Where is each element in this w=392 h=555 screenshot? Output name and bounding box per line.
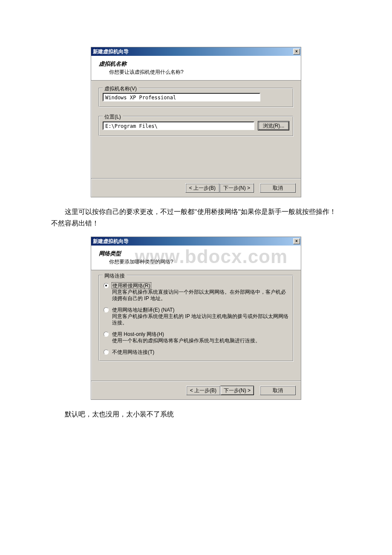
radio-hostonly-desc: 使用一个私有的虚拟网络将客户机操作系统与主机电脑进行连接。 <box>112 338 260 344</box>
body-paragraph-1: 这里可以按你自己的要求更改，不过一般都"使用桥接网络"如果你是新手一般就按些操作… <box>51 206 341 229</box>
titlebar[interactable]: 新建虚拟机向导 × <box>91 237 301 246</box>
wizard-subheading: 你想要让该虚拟机使用什么名称? <box>99 69 293 76</box>
body-paragraph-2: 默认吧，太也没用，太小装不了系统 <box>51 408 341 420</box>
radio-hostonly-label: 使用 Host-only 网络(H) <box>112 331 164 337</box>
next-button[interactable]: 下一步(N) > <box>219 183 254 193</box>
dialog-vm-name: 新建虚拟机向导 × 虚拟机名称 你想要让该虚拟机使用什么名称? 虚拟机名称(V)… <box>91 47 301 197</box>
browse-button[interactable]: 浏览(R)... <box>258 121 289 130</box>
vm-name-input[interactable]: Windows XP Professional <box>103 93 260 101</box>
dialog-network-type: 新建虚拟机向导 × 网络类型 你想要添加哪种类型的网络? 网络连接 使用桥接网络… <box>91 237 301 400</box>
dialog-footer: < 上一步(B) 下一步(N) > 取消 <box>91 381 301 399</box>
radio-icon <box>104 350 109 355</box>
radio-icon <box>104 332 109 337</box>
wizard-header: 虚拟机名称 你想要让该虚拟机使用什么名称? <box>91 56 301 81</box>
cancel-button[interactable]: 取消 <box>260 386 296 395</box>
dialog-title: 新建虚拟机向导 <box>93 48 293 55</box>
back-button[interactable]: < 上一步(B) <box>185 183 219 193</box>
dialog-footer: < 上一步(B) 下一步(N) > 取消 <box>91 179 301 197</box>
wizard-subheading: 你想要添加哪种类型的网络? <box>99 258 293 266</box>
fieldset-location: 位置(L) E:\Program Files\ 浏览(R)... <box>99 116 293 136</box>
legend-vm-name: 虚拟机名称(V) <box>103 85 138 92</box>
radio-icon <box>104 283 109 288</box>
location-input[interactable]: E:\Program Files\ <box>103 121 254 130</box>
radio-nat-desc: 同意客户机操作系统使用主机的 IP 地址访问主机电脑的拨号或外部以太网网络连接。 <box>112 313 289 326</box>
radio-nat[interactable]: 使用网络地址翻译(E) (NAT) 同意客户机操作系统使用主机的 IP 地址访问… <box>104 307 289 326</box>
radio-bridged[interactable]: 使用桥接网络(R) 同意客户机操作系统直接访问一个外部以太网网络。在外部网络中，… <box>104 283 289 302</box>
close-icon[interactable]: × <box>293 238 300 244</box>
radio-hostonly[interactable]: 使用 Host-only 网络(H) 使用一个私有的虚拟网络将客户机操作系统与主… <box>104 331 289 344</box>
radio-icon <box>104 307 109 312</box>
fieldset-network: 网络连接 使用桥接网络(R) 同意客户机操作系统直接访问一个外部以太网网络。在外… <box>99 275 293 361</box>
wizard-heading: 网络类型 <box>99 250 293 257</box>
wizard-heading: 虚拟机名称 <box>99 60 293 68</box>
radio-none[interactable]: 不使用网络连接(T) <box>104 349 289 356</box>
cancel-button[interactable]: 取消 <box>260 183 296 193</box>
dialog-title: 新建虚拟机向导 <box>93 238 293 245</box>
radio-bridged-label: 使用桥接网络(R) <box>112 283 151 289</box>
titlebar[interactable]: 新建虚拟机向导 × <box>91 47 301 56</box>
radio-nat-label: 使用网络地址翻译(E) (NAT) <box>112 307 174 313</box>
fieldset-vm-name: 虚拟机名称(V) Windows XP Professional <box>99 88 293 107</box>
close-icon[interactable]: × <box>293 49 300 55</box>
legend-network: 网络连接 <box>103 272 127 280</box>
legend-location: 位置(L) <box>103 113 123 121</box>
wizard-header: 网络类型 你想要添加哪种类型的网络? <box>91 246 301 270</box>
radio-none-label: 不使用网络连接(T) <box>112 349 154 355</box>
next-button[interactable]: 下一步(N) > <box>220 386 254 395</box>
radio-bridged-desc: 同意客户机操作系统直接访问一个外部以太网网络。在外部网络中，客户机必须拥有自己的… <box>112 289 289 302</box>
back-button[interactable]: < 上一步(B) <box>186 386 220 395</box>
